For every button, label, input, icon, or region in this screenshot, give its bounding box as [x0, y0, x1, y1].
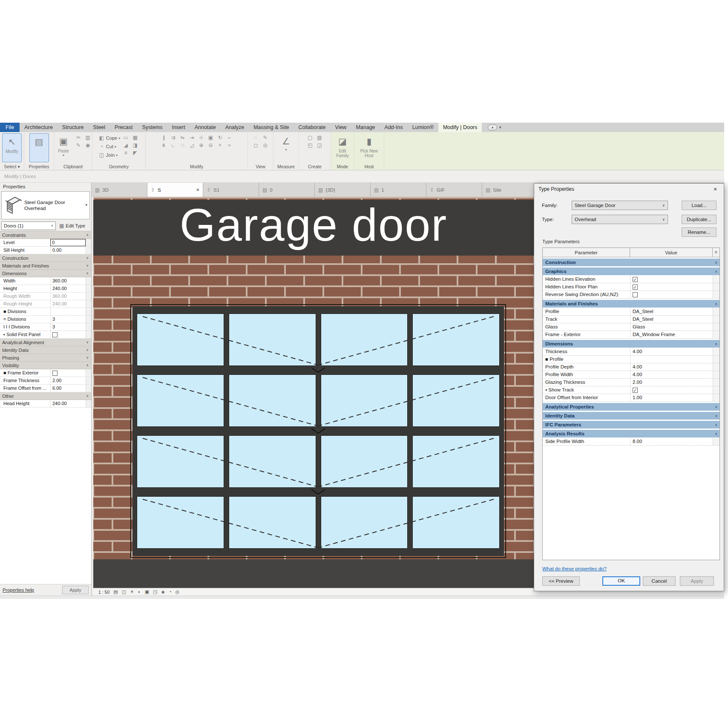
dialog-value-profile[interactable]: DA_Steel [630, 308, 713, 315]
palette-value-rough-width[interactable]: 360.00 [50, 293, 86, 300]
ribbon-tab-collaborate[interactable]: Collaborate [294, 123, 331, 132]
rename-button[interactable]: Rename... [682, 227, 716, 237]
view-tab-s[interactable]: ⇧S× [147, 183, 203, 197]
glass-pane[interactable] [137, 314, 224, 366]
type-selector[interactable]: Steel Garage Door Overhead ▾ [1, 191, 90, 219]
scale-icon[interactable]: ◿ [188, 142, 196, 149]
view-tab-s1[interactable]: ⇧S1 [203, 183, 259, 197]
palette-section-constraints[interactable]: Constraints∧ [0, 231, 91, 239]
paint-icon[interactable]: ◨ [131, 142, 139, 149]
scale-button[interactable]: 1 : 50 [98, 590, 109, 595]
dialog-value-show-track[interactable]: ✓ [630, 386, 713, 394]
palette-value-frame-thickness[interactable]: 2.00 [50, 377, 86, 384]
sun-path-icon[interactable]: ☀ [130, 589, 134, 595]
glass-pane[interactable] [412, 496, 500, 549]
copy2-icon[interactable]: ▣ [207, 134, 215, 141]
dialog-value-reverse-swing-direction-au-nz[interactable] [630, 291, 713, 298]
palette-section-other[interactable]: Other∧ [0, 392, 91, 400]
type-selector-caret-icon[interactable]: ▾ [85, 203, 87, 207]
view-tab-3d[interactable]: ▧{3D} [315, 183, 371, 197]
door-section[interactable] [137, 371, 500, 430]
properties-help-link[interactable]: Properties help [3, 587, 34, 593]
paste-button[interactable]: ▣Paste▾ [54, 133, 73, 162]
palette-section-identity-data[interactable]: Identity Data∨ [0, 346, 91, 354]
palette-section-materials-and-finishes[interactable]: Materials and Finishes∨ [0, 262, 91, 270]
palette-value-solid-first-panel[interactable] [50, 331, 86, 338]
close-icon[interactable]: × [711, 186, 719, 193]
checkbox-reverse-swing-direction-au-nz[interactable] [633, 292, 638, 297]
pick-new-host-button[interactable]: ▮Pick New Host [360, 133, 379, 162]
palette-section-construction[interactable]: Construction∨ [0, 254, 91, 262]
dialog-section-identity-data[interactable]: Identity Data∨ [543, 412, 719, 420]
glass-pane[interactable] [321, 314, 408, 366]
ribbon-tab-analyze[interactable]: Analyze [221, 123, 249, 132]
checkbox-frame-exterior[interactable] [52, 371, 58, 376]
palette-section-analytical-alignment[interactable]: Analytical Alignment∨ [0, 339, 91, 346]
cope-button[interactable]: ◧Cope▾ [98, 134, 120, 142]
ribbon-tab-modify-doors[interactable]: Modify | Doors [438, 123, 482, 132]
cut-button[interactable]: ◔Cut▾ [98, 143, 120, 150]
glass-pane[interactable] [321, 435, 408, 488]
palette-value-frame-offset-from[interactable]: 6.00 [50, 385, 86, 392]
dialog-value-hidden-lines-floor-plan[interactable]: ✓ [630, 283, 713, 291]
checkbox-show-track[interactable]: ✓ [633, 388, 638, 393]
shadows-icon[interactable]: ◐ [138, 589, 141, 595]
dialog-value-frame-exterior[interactable]: DA_Window Frame [630, 331, 713, 338]
parts-icon[interactable]: ◲ [315, 142, 324, 149]
hammer-icon[interactable]: ◤ [131, 150, 139, 157]
dialog-value-glass[interactable]: Glass [630, 323, 713, 331]
close-view-icon[interactable]: × [196, 187, 199, 193]
modify-button[interactable]: ↖Modify [2, 133, 22, 162]
dialog-value-door-offset-from-interior[interactable]: 1.00 [630, 394, 713, 401]
edit-type-button[interactable]: ▦ Edit Type [58, 223, 87, 229]
align2-icon[interactable]: ≡ [121, 150, 130, 157]
glass-pane[interactable] [229, 496, 316, 549]
ribbon-tab-view[interactable]: View [331, 123, 351, 132]
glass-pane[interactable] [412, 314, 500, 366]
glass-pane[interactable] [412, 435, 500, 488]
paintbrush-icon[interactable]: ✎ [261, 134, 270, 141]
ribbon-tab-systems[interactable]: Systems [137, 123, 167, 132]
checkbox-solid-first-panel[interactable] [52, 332, 58, 337]
scissors-icon[interactable]: ✂ [74, 134, 83, 141]
demolish-icon[interactable]: ◢ [121, 142, 130, 149]
garage-door-element[interactable] [132, 306, 504, 556]
ribbon-tab-add-ins[interactable]: Add-Ins [380, 123, 408, 132]
array-icon[interactable]: ∷ [178, 142, 187, 149]
checkbox-hidden-lines-elevation[interactable]: ✓ [633, 277, 638, 282]
type-select[interactable]: Overhead ∨ [572, 215, 668, 224]
detail-level-icon[interactable]: ▤ [113, 589, 118, 595]
palette-value-frame-exterior[interactable] [50, 369, 86, 377]
crop-view-icon[interactable]: ▣ [145, 589, 149, 595]
view-tab-0[interactable]: ▤0 [259, 183, 315, 197]
ribbon-display-toggle[interactable]: ▲▼ [488, 123, 502, 132]
glass-pane[interactable] [321, 374, 408, 427]
dialog-value-glazing-thickness[interactable]: 2.00 [630, 379, 713, 386]
door-section[interactable] [137, 493, 500, 552]
ribbon-tab-insert[interactable]: Insert [167, 123, 190, 132]
group-icon[interactable]: ▢ [306, 134, 314, 141]
ribbon-tab-annotate[interactable]: Annotate [190, 123, 221, 132]
brush-icon[interactable]: ✎ [74, 142, 83, 149]
edit-family-button[interactable]: ◪Edit Family [333, 133, 352, 162]
lock-view-icon[interactable]: ◈ [161, 589, 164, 595]
temporary-hide-icon[interactable]: ◔ [169, 589, 172, 595]
lightbulb-icon[interactable]: ◌ [252, 134, 260, 141]
dialog-section-ifc-parameters[interactable]: IFC Parameters∨ [543, 421, 719, 429]
duplicate-button[interactable]: Duplicate... [682, 215, 716, 224]
mirror-icon[interactable]: ⇋ [178, 134, 187, 141]
dialog-value-track[interactable]: DA_Steel [630, 316, 713, 323]
palette-value-divisions[interactable]: 3 [50, 316, 86, 323]
show-crop-icon[interactable]: ◳ [153, 589, 157, 595]
copy-icon[interactable]: ▥ [83, 134, 92, 141]
assembly-icon[interactable]: ◰ [306, 142, 314, 149]
view-tab-3d[interactable]: ▧3D [92, 183, 147, 197]
door-section[interactable] [137, 311, 500, 369]
ribbon-tab-lumion[interactable]: Lumion® [408, 123, 438, 132]
view-tab-site[interactable]: ▤Site [482, 183, 538, 197]
element-filter-select[interactable]: Doors (1) ∨ [1, 222, 56, 230]
checkbox-hidden-lines-floor-plan[interactable]: ✓ [633, 285, 638, 290]
ribbon-tab-steel[interactable]: Steel [89, 123, 110, 132]
offset-icon[interactable]: ⇉ [169, 134, 178, 141]
dialog-value-profile-depth[interactable]: 4.00 [630, 363, 713, 371]
